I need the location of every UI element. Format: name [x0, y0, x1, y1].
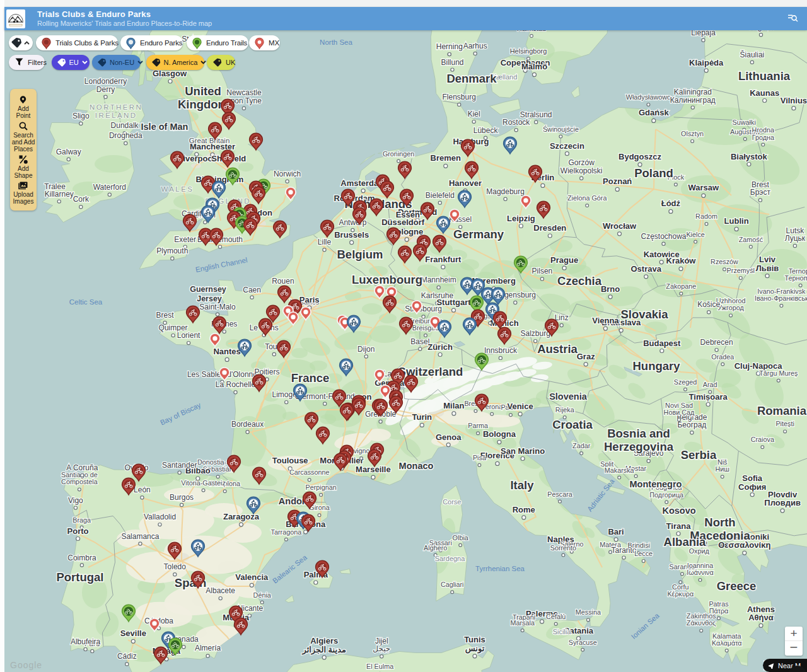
svg-text:Perpignan: Perpignan	[305, 484, 336, 491]
svg-text:Wrocław: Wrocław	[603, 221, 637, 231]
svg-text:Alghero: Alghero	[424, 544, 447, 552]
svg-text:Innsbruck: Innsbruck	[484, 346, 518, 355]
svg-text:Kraków: Kraków	[666, 256, 697, 265]
svg-text:Brno: Brno	[601, 284, 620, 294]
svg-text:София: София	[738, 482, 766, 492]
svg-text:Κέρκυρα: Κέρκυρα	[667, 590, 694, 598]
svg-text:Marsala: Marsala	[510, 619, 534, 627]
svg-text:Szeged: Szeged	[674, 378, 697, 386]
svg-text:Olsztyn: Olsztyn	[681, 130, 704, 137]
svg-text:Tyrrhenian Sea: Tyrrhenian Sea	[475, 565, 525, 572]
svg-text:مدينة الجزائر: مدينة الجزائر	[301, 645, 345, 655]
svg-text:Rostock: Rostock	[502, 118, 530, 127]
svg-text:Cork: Cork	[73, 195, 90, 204]
svg-text:Bordeaux: Bordeaux	[231, 420, 264, 429]
svg-text:North Sea: North Sea	[320, 38, 352, 46]
svg-text:Brest: Brest	[156, 311, 175, 320]
svg-text:Καλαμάτα: Καλαμάτα	[712, 639, 742, 647]
svg-text:Suwałki: Suwałki	[733, 119, 756, 126]
svg-text:Albania: Albania	[664, 535, 707, 548]
svg-text:Vitoria-Gasteiz: Vitoria-Gasteiz	[181, 479, 226, 487]
svg-text:Świnoujście: Świnoujście	[543, 125, 579, 133]
svg-text:Luxembourg: Luxembourg	[352, 273, 422, 286]
svg-text:Dresden: Dresden	[533, 223, 566, 233]
svg-text:A Coruña: A Coruña	[66, 463, 98, 472]
svg-text:Milan: Milan	[443, 401, 464, 410]
svg-text:Brindisi: Brindisi	[628, 542, 650, 549]
svg-text:Messina: Messina	[576, 608, 601, 616]
svg-text:Łódź: Łódź	[661, 199, 681, 208]
svg-text:Košice: Košice	[697, 300, 720, 309]
svg-text:Ужгород: Ужгород	[717, 304, 744, 311]
svg-text:Santander: Santander	[162, 461, 197, 470]
svg-text:Sardegna: Sardegna	[435, 555, 466, 562]
svg-text:Magdeburg: Magdeburg	[486, 187, 525, 196]
svg-text:Waterford: Waterford	[93, 183, 126, 192]
svg-text:Timișoara: Timișoara	[689, 392, 728, 402]
svg-text:Ostrava: Ostrava	[630, 264, 661, 274]
svg-text:Herning: Herning	[436, 42, 463, 51]
svg-text:Greece: Greece	[717, 579, 757, 593]
svg-text:Burgos: Burgos	[170, 493, 194, 502]
svg-text:Debrecen: Debrecen	[700, 338, 733, 347]
svg-text:Aarhus: Aarhus	[463, 42, 487, 50]
svg-text:Isle of Man: Isle of Man	[141, 122, 189, 132]
svg-text:Billund: Billund	[441, 58, 463, 67]
svg-text:Oradea: Oradea	[711, 353, 734, 361]
svg-text:Croatia: Croatia	[552, 418, 593, 431]
svg-text:Guernsey: Guernsey	[190, 285, 226, 294]
svg-text:Bremen: Bremen	[431, 153, 461, 163]
svg-text:Parma: Parma	[468, 422, 488, 429]
svg-text:Львів: Львів	[756, 264, 779, 273]
svg-text:Uzhhorod: Uzhhorod	[716, 297, 746, 304]
svg-text:Ζάκυνθος: Ζάκυνθος	[687, 619, 716, 627]
svg-text:Syracuse: Syracuse	[569, 639, 597, 646]
svg-text:San Marino: San Marino	[501, 446, 545, 456]
svg-text:Dénia: Dénia	[253, 591, 271, 599]
svg-text:Great Britain: Great Britain	[189, 137, 230, 144]
svg-text:El Eulma: El Eulma	[366, 663, 393, 670]
svg-text:Αθήνα: Αθήνα	[748, 613, 774, 622]
svg-text:Romania: Romania	[757, 404, 807, 417]
svg-text:Târgu Mureș: Târgu Mureș	[759, 369, 798, 377]
svg-text:Mannheim: Mannheim	[421, 275, 456, 284]
svg-text:Rzeszów: Rzeszów	[711, 258, 738, 265]
svg-text:La Rochelle: La Rochelle	[216, 380, 256, 389]
svg-text:Exeter: Exeter	[174, 235, 196, 244]
svg-text:Salamanca: Salamanca	[121, 532, 159, 541]
svg-text:Herzegovina: Herzegovina	[604, 440, 674, 453]
svg-text:Toulouse: Toulouse	[272, 456, 308, 465]
svg-text:Tarragona: Tarragona	[271, 528, 302, 536]
svg-text:Paris: Paris	[299, 295, 320, 304]
svg-text:Albacete: Albacete	[206, 586, 235, 595]
svg-text:Hanover: Hanover	[449, 178, 482, 188]
svg-text:Klaipėda: Klaipėda	[689, 58, 724, 67]
svg-text:Bari: Bari	[608, 527, 624, 536]
svg-text:Groningen: Groningen	[383, 150, 414, 158]
svg-text:Carcassonne: Carcassonne	[289, 468, 330, 476]
svg-text:Italy: Italy	[510, 478, 534, 492]
svg-text:Zadar: Zadar	[572, 442, 591, 449]
svg-text:Prague: Prague	[550, 255, 578, 265]
svg-text:Killarney: Killarney	[45, 190, 74, 199]
svg-text:Braga: Braga	[73, 516, 91, 524]
svg-text:تونس: تونس	[465, 644, 485, 654]
svg-text:Bydgoszcz: Bydgoszcz	[618, 152, 661, 161]
svg-text:Београд: Београд	[677, 420, 706, 429]
svg-text:Stralsund: Stralsund	[520, 110, 552, 119]
svg-text:Seville: Seville	[120, 629, 146, 638]
svg-text:Genoa: Genoa	[436, 432, 462, 442]
svg-text:Malmö: Malmö	[521, 62, 547, 71]
svg-text:Lithuania: Lithuania	[738, 69, 791, 83]
svg-text:Zakinthos: Zakinthos	[687, 612, 716, 620]
svg-text:Šiauliai: Šiauliai	[740, 50, 765, 59]
svg-text:Nantes: Nantes	[213, 347, 240, 356]
svg-text:Zürich: Zürich	[427, 342, 453, 352]
svg-text:Rouen: Rouen	[272, 277, 294, 286]
svg-text:Lorient: Lorient	[177, 331, 200, 340]
svg-text:Lübeck: Lübeck	[473, 126, 499, 135]
svg-text:Turin: Turin	[412, 412, 433, 422]
svg-text:Dijon: Dijon	[357, 345, 374, 354]
svg-text:Basel: Basel	[410, 337, 429, 346]
svg-text:Kosovo: Kosovo	[662, 506, 695, 516]
